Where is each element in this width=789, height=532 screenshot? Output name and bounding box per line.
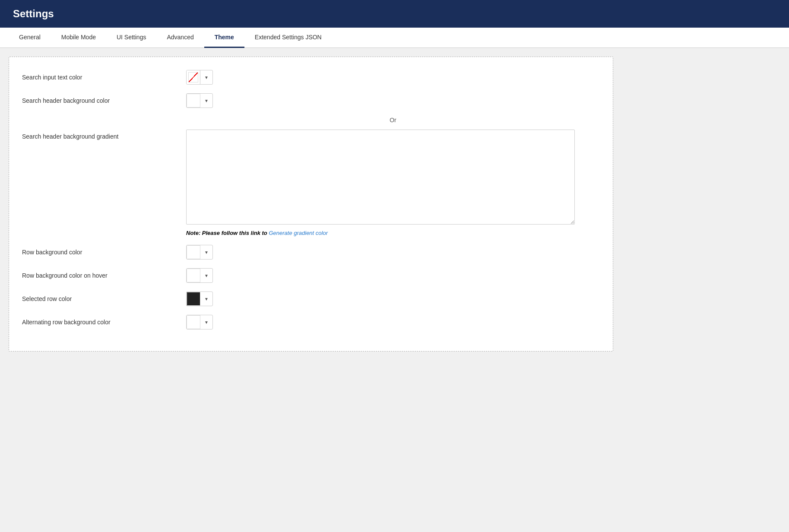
alternating-row-bg-color-label: Alternating row background color (22, 319, 186, 326)
row-bg-hover-color-label: Row background color on hover (22, 272, 186, 279)
or-divider: Or (186, 117, 600, 124)
search-header-bg-color-swatch (187, 94, 200, 108)
selected-row-color-row: Selected row color ▼ (22, 291, 600, 306)
row-bg-hover-color-dropdown-arrow[interactable]: ▼ (200, 269, 212, 282)
search-input-text-color-label: Search input text color (22, 74, 186, 81)
tab-theme[interactable]: Theme (204, 28, 244, 48)
row-bg-color-picker[interactable]: ▼ (186, 245, 213, 260)
tab-mobile-mode[interactable]: Mobile Mode (51, 28, 106, 48)
selected-row-color-swatch (187, 292, 200, 306)
selected-row-color-label: Selected row color (22, 295, 186, 302)
row-bg-hover-color-swatch (187, 269, 200, 282)
tab-ui-settings[interactable]: UI Settings (106, 28, 156, 48)
page-header: Settings (0, 0, 789, 28)
selected-row-color-dropdown-arrow[interactable]: ▼ (200, 292, 212, 306)
row-bg-color-swatch (187, 245, 200, 259)
gradient-note: Note: Please follow this link to Generat… (186, 230, 600, 236)
row-bg-color-label: Row background color (22, 249, 186, 256)
main-content: Search input text color ▼ Search header … (0, 48, 789, 360)
search-input-text-color-picker[interactable]: ▼ (186, 70, 213, 85)
gradient-note-text: Note: Please follow this link to (186, 230, 269, 236)
search-header-bg-color-row: Search header background color ▼ (22, 93, 600, 108)
search-input-text-color-row: Search input text color ▼ (22, 70, 600, 85)
alternating-row-bg-color-dropdown-arrow[interactable]: ▼ (200, 315, 212, 329)
search-input-text-color-dropdown-arrow[interactable]: ▼ (200, 70, 212, 84)
search-header-bg-color-label: Search header background color (22, 97, 186, 104)
alternating-row-bg-color-row: Alternating row background color ▼ (22, 315, 600, 329)
generate-gradient-link[interactable]: Generate gradient color (269, 230, 328, 236)
row-bg-hover-color-row: Row background color on hover ▼ (22, 268, 600, 283)
search-header-bg-gradient-row: Search header background gradient (22, 130, 600, 225)
alternating-row-bg-color-swatch (187, 315, 200, 329)
row-bg-hover-color-picker[interactable]: ▼ (186, 268, 213, 283)
selected-row-color-picker[interactable]: ▼ (186, 291, 213, 306)
row-bg-color-row: Row background color ▼ (22, 245, 600, 260)
row-bg-color-dropdown-arrow[interactable]: ▼ (200, 245, 212, 259)
page-title: Settings (13, 8, 776, 20)
tab-general[interactable]: General (9, 28, 51, 48)
tab-advanced[interactable]: Advanced (156, 28, 204, 48)
tab-extended-settings-json[interactable]: Extended Settings JSON (244, 28, 332, 48)
tabs-bar: General Mobile Mode UI Settings Advanced… (0, 28, 789, 48)
search-header-bg-gradient-textarea[interactable] (186, 130, 575, 225)
alternating-row-bg-color-picker[interactable]: ▼ (186, 315, 213, 329)
search-header-bg-color-picker[interactable]: ▼ (186, 93, 213, 108)
search-header-bg-color-dropdown-arrow[interactable]: ▼ (200, 94, 212, 108)
search-header-bg-gradient-label: Search header background gradient (22, 130, 186, 140)
settings-panel: Search input text color ▼ Search header … (9, 57, 613, 352)
search-input-text-color-swatch (187, 70, 200, 84)
